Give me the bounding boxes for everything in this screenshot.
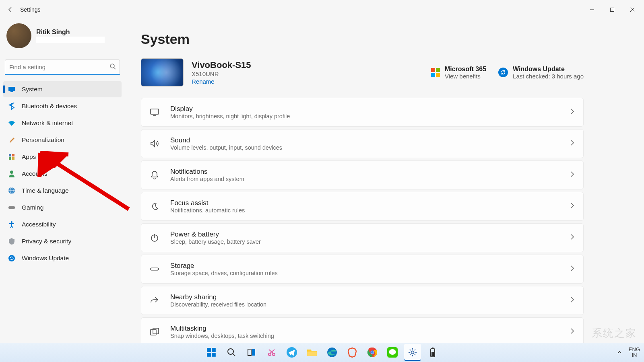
wifi-icon	[8, 120, 15, 126]
search-input[interactable]	[5, 60, 120, 75]
battery-taskbar-icon[interactable]	[424, 344, 441, 361]
sidebar-item-gaming[interactable]: Gaming	[3, 200, 122, 216]
sidebar-item-label: Accessibility	[22, 221, 56, 228]
windows-update-status[interactable]: Windows Update Last checked: 3 hours ago	[498, 66, 584, 80]
moon-icon	[150, 202, 159, 210]
start-button[interactable]	[203, 344, 220, 361]
sidebar-item-accounts[interactable]: Accounts	[3, 166, 122, 182]
taskbar-search-icon[interactable]	[223, 344, 240, 361]
card-subtitle: Volume levels, output, input, sound devi…	[170, 144, 282, 151]
sidebar-item-bluetooth-devices[interactable]: Bluetooth & devices	[3, 98, 122, 114]
minimize-button[interactable]	[582, 2, 602, 18]
file-explorer-icon[interactable]	[303, 344, 320, 361]
person-icon	[8, 170, 15, 177]
svg-rect-16	[8, 206, 15, 209]
card-subtitle: Notifications, automatic rules	[170, 207, 245, 214]
language-indicator[interactable]: ENG IN	[629, 347, 640, 358]
svg-rect-7	[10, 91, 13, 92]
sidebar-item-windows-update[interactable]: Windows Update	[3, 250, 122, 266]
sidebar-item-apps[interactable]: Apps	[3, 149, 122, 165]
settings-card-multitasking[interactable]: Multitasking Snap windows, desktops, tas…	[141, 317, 584, 346]
sidebar: Ritik Singh SystemBluetooth & devicesNet…	[0, 19, 125, 343]
telegram-icon[interactable]	[283, 344, 300, 361]
settings-taskbar-icon[interactable]	[404, 344, 421, 361]
svg-line-32	[233, 354, 235, 356]
svg-rect-27	[207, 348, 211, 352]
back-arrow-icon	[7, 6, 14, 13]
card-title: Nearby sharing	[170, 293, 266, 301]
update-icon	[8, 255, 15, 262]
user-profile[interactable]: Ritik Singh	[3, 21, 122, 52]
svg-point-12	[10, 171, 13, 174]
lang-line2: IN	[629, 352, 640, 358]
svg-point-24	[157, 269, 158, 269]
edge-icon[interactable]	[324, 344, 341, 361]
settings-card-nearby-sharing[interactable]: Nearby sharing Discoverability, received…	[141, 286, 584, 315]
sidebar-item-network-internet[interactable]: Network & internet	[3, 115, 122, 131]
tray-overflow-icon[interactable]	[614, 347, 625, 358]
card-subtitle: Alerts from apps and system	[170, 176, 244, 182]
chrome-icon[interactable]	[364, 344, 381, 361]
sidebar-item-label: Gaming	[22, 204, 43, 211]
windows-update-icon	[498, 68, 508, 77]
titlebar: Settings	[0, 0, 644, 19]
card-title: Focus assist	[170, 199, 245, 207]
svg-rect-40	[307, 352, 317, 356]
maximize-button[interactable]	[602, 2, 622, 18]
sidebar-item-system[interactable]: System	[3, 81, 122, 97]
system-tray: ENG IN	[614, 347, 640, 358]
update-title: Windows Update	[513, 66, 584, 73]
svg-rect-19	[151, 109, 159, 114]
back-button[interactable]	[2, 1, 19, 19]
search-wrap	[5, 60, 120, 75]
chevron-right-icon	[570, 234, 574, 241]
window-title: Settings	[20, 6, 41, 13]
user-email-redacted	[36, 37, 105, 43]
svg-point-17	[11, 221, 12, 223]
card-subtitle: Sleep, battery usage, battery saver	[170, 239, 261, 245]
snip-icon[interactable]	[263, 344, 280, 361]
settings-card-sound[interactable]: Sound Volume levels, output, input, soun…	[141, 129, 584, 158]
sidebar-item-privacy-security[interactable]: Privacy & security	[3, 233, 122, 249]
user-name: Ritik Singh	[36, 29, 105, 36]
task-view-icon[interactable]	[243, 344, 260, 361]
watermark: 系统之家	[592, 326, 637, 340]
settings-card-storage[interactable]: Storage Storage space, drives, configura…	[141, 255, 584, 284]
settings-card-power-battery[interactable]: Power & battery Sleep, battery usage, ba…	[141, 223, 584, 252]
card-title: Power & battery	[170, 230, 261, 239]
close-button[interactable]	[622, 2, 642, 18]
rename-link[interactable]: Rename	[192, 78, 251, 85]
sidebar-item-label: Privacy & security	[22, 238, 71, 245]
svg-rect-28	[212, 348, 216, 352]
search-icon	[109, 63, 116, 71]
svg-point-31	[228, 349, 233, 354]
settings-card-focus-assist[interactable]: Focus assist Notifications, automatic ru…	[141, 192, 584, 221]
sidebar-item-label: Time & language	[22, 187, 69, 194]
device-name: VivoBook-S15	[192, 60, 251, 70]
sidebar-nav: SystemBluetooth & devicesNetwork & inter…	[3, 81, 122, 266]
monitor-icon	[8, 86, 15, 93]
accessibility-icon	[8, 221, 15, 228]
sound-icon	[150, 140, 159, 148]
svg-rect-34	[252, 349, 255, 356]
settings-card-notifications[interactable]: Notifications Alerts from apps and syste…	[141, 160, 584, 189]
main-content: System VivoBook-S15 X510UNR Rename Micro…	[125, 19, 644, 343]
chevron-right-icon	[570, 297, 574, 304]
svg-point-47	[389, 349, 396, 355]
sidebar-item-personalization[interactable]: Personalization	[3, 132, 122, 148]
microsoft-365-icon	[431, 68, 440, 77]
brave-icon[interactable]	[344, 344, 361, 361]
microsoft-365-status[interactable]: Microsoft 365 View benefits	[431, 66, 486, 80]
sidebar-item-accessibility[interactable]: Accessibility	[3, 216, 122, 232]
taskbar: ENG IN	[0, 343, 644, 362]
multitask-icon	[150, 328, 159, 336]
svg-rect-33	[248, 349, 251, 356]
apps-icon	[8, 154, 15, 160]
svg-point-4	[110, 64, 114, 68]
sidebar-item-time-language[interactable]: Time & language	[3, 183, 122, 199]
line-icon[interactable]	[384, 344, 401, 361]
storage-icon	[150, 266, 159, 272]
svg-rect-30	[212, 353, 216, 357]
svg-point-45	[371, 351, 374, 354]
settings-card-display[interactable]: Display Monitors, brightness, night ligh…	[141, 98, 584, 127]
